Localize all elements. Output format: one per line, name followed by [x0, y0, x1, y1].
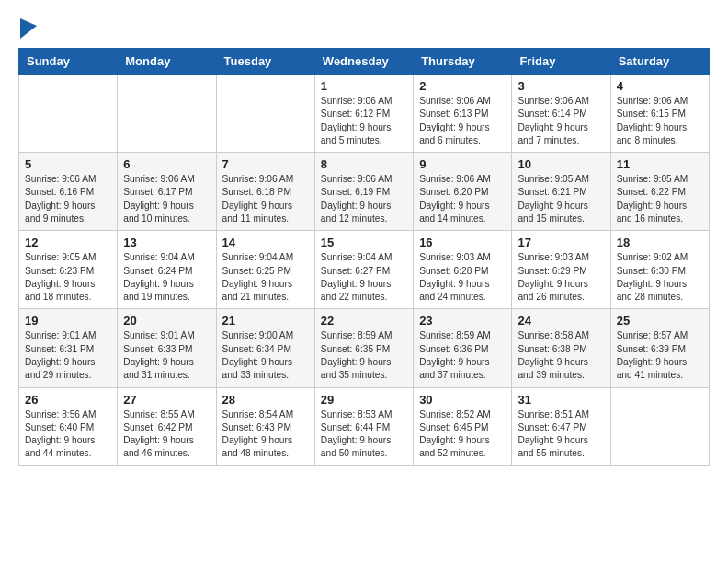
calendar-cell: 26Sunrise: 8:56 AM Sunset: 6:40 PM Dayli… [19, 387, 118, 465]
day-info: Sunrise: 9:05 AM Sunset: 6:21 PM Dayligh… [518, 173, 604, 225]
day-info: Sunrise: 9:03 AM Sunset: 6:29 PM Dayligh… [518, 251, 604, 304]
calendar-cell: 22Sunrise: 8:59 AM Sunset: 6:35 PM Dayli… [314, 309, 413, 387]
day-number: 20 [123, 314, 210, 327]
day-info: Sunrise: 8:55 AM Sunset: 6:42 PM Dayligh… [123, 408, 210, 461]
calendar-cell: 5Sunrise: 9:06 AM Sunset: 6:16 PM Daylig… [19, 153, 118, 231]
day-number: 2 [419, 79, 506, 93]
day-info: Sunrise: 8:54 AM Sunset: 6:43 PM Dayligh… [222, 408, 309, 461]
calendar-cell: 11Sunrise: 9:05 AM Sunset: 6:22 PM Dayli… [610, 153, 709, 231]
day-number: 19 [25, 314, 111, 327]
calendar-cell: 25Sunrise: 8:57 AM Sunset: 6:39 PM Dayli… [610, 309, 709, 387]
day-info: Sunrise: 9:06 AM Sunset: 6:13 PM Dayligh… [419, 95, 506, 147]
logo [18, 18, 37, 39]
logo-icon [20, 18, 37, 39]
page-header [18, 18, 710, 39]
day-info: Sunrise: 8:57 AM Sunset: 6:39 PM Dayligh… [617, 329, 703, 382]
calendar-cell: 12Sunrise: 9:05 AM Sunset: 6:23 PM Dayli… [19, 231, 118, 309]
calendar-cell: 9Sunrise: 9:06 AM Sunset: 6:20 PM Daylig… [414, 153, 512, 231]
calendar-cell: 4Sunrise: 9:06 AM Sunset: 6:15 PM Daylig… [610, 75, 709, 153]
day-info: Sunrise: 8:51 AM Sunset: 6:47 PM Dayligh… [518, 408, 604, 461]
day-number: 16 [419, 236, 506, 249]
day-info: Sunrise: 8:58 AM Sunset: 6:38 PM Dayligh… [518, 329, 604, 382]
day-info: Sunrise: 9:06 AM Sunset: 6:15 PM Dayligh… [617, 95, 703, 147]
calendar-cell: 15Sunrise: 9:04 AM Sunset: 6:27 PM Dayli… [314, 231, 413, 309]
day-info: Sunrise: 9:05 AM Sunset: 6:23 PM Dayligh… [25, 251, 111, 304]
calendar-cell: 16Sunrise: 9:03 AM Sunset: 6:28 PM Dayli… [414, 231, 512, 309]
day-number: 18 [617, 236, 703, 249]
calendar-cell: 27Sunrise: 8:55 AM Sunset: 6:42 PM Dayli… [118, 387, 216, 465]
calendar-week-row: 1Sunrise: 9:06 AM Sunset: 6:12 PM Daylig… [19, 75, 710, 153]
calendar-cell: 1Sunrise: 9:06 AM Sunset: 6:12 PM Daylig… [314, 75, 413, 153]
day-number: 5 [25, 157, 111, 171]
calendar-week-row: 19Sunrise: 9:01 AM Sunset: 6:31 PM Dayli… [19, 309, 710, 387]
calendar-cell: 8Sunrise: 9:06 AM Sunset: 6:19 PM Daylig… [314, 153, 413, 231]
day-info: Sunrise: 8:59 AM Sunset: 6:35 PM Dayligh… [321, 329, 407, 382]
day-info: Sunrise: 8:56 AM Sunset: 6:40 PM Dayligh… [25, 408, 111, 461]
calendar-cell: 10Sunrise: 9:05 AM Sunset: 6:21 PM Dayli… [512, 153, 610, 231]
day-info: Sunrise: 9:04 AM Sunset: 6:27 PM Dayligh… [321, 251, 407, 304]
calendar-cell: 3Sunrise: 9:06 AM Sunset: 6:14 PM Daylig… [512, 75, 610, 153]
day-number: 13 [123, 236, 210, 249]
calendar-week-row: 12Sunrise: 9:05 AM Sunset: 6:23 PM Dayli… [19, 231, 710, 309]
calendar-cell: 29Sunrise: 8:53 AM Sunset: 6:44 PM Dayli… [314, 387, 413, 465]
calendar-cell [19, 75, 118, 153]
day-number: 24 [518, 314, 604, 327]
calendar-table: SundayMondayTuesdayWednesdayThursdayFrid… [18, 48, 710, 466]
calendar-cell: 23Sunrise: 8:59 AM Sunset: 6:36 PM Dayli… [414, 309, 512, 387]
day-number: 26 [25, 393, 111, 407]
calendar-header-monday: Monday [118, 49, 216, 75]
calendar-cell: 21Sunrise: 9:00 AM Sunset: 6:34 PM Dayli… [216, 309, 314, 387]
calendar-cell: 31Sunrise: 8:51 AM Sunset: 6:47 PM Dayli… [512, 387, 610, 465]
day-number: 31 [518, 393, 604, 407]
calendar-header-row: SundayMondayTuesdayWednesdayThursdayFrid… [19, 49, 710, 75]
calendar-cell: 30Sunrise: 8:52 AM Sunset: 6:45 PM Dayli… [414, 387, 512, 465]
calendar-header-friday: Friday [512, 49, 610, 75]
day-info: Sunrise: 8:59 AM Sunset: 6:36 PM Dayligh… [419, 329, 506, 382]
day-number: 7 [222, 157, 309, 171]
day-info: Sunrise: 9:06 AM Sunset: 6:12 PM Dayligh… [321, 95, 407, 147]
day-info: Sunrise: 9:04 AM Sunset: 6:24 PM Dayligh… [123, 251, 210, 304]
day-info: Sunrise: 9:04 AM Sunset: 6:25 PM Dayligh… [222, 251, 309, 304]
day-info: Sunrise: 9:02 AM Sunset: 6:30 PM Dayligh… [617, 251, 703, 304]
calendar-cell: 6Sunrise: 9:06 AM Sunset: 6:17 PM Daylig… [118, 153, 216, 231]
day-number: 22 [321, 314, 407, 327]
day-info: Sunrise: 9:01 AM Sunset: 6:31 PM Dayligh… [25, 329, 111, 382]
day-info: Sunrise: 9:06 AM Sunset: 6:18 PM Dayligh… [222, 173, 309, 225]
calendar-header-wednesday: Wednesday [314, 49, 413, 75]
day-number: 8 [321, 157, 407, 171]
day-number: 12 [25, 236, 111, 249]
day-info: Sunrise: 9:03 AM Sunset: 6:28 PM Dayligh… [419, 251, 506, 304]
calendar-week-row: 5Sunrise: 9:06 AM Sunset: 6:16 PM Daylig… [19, 153, 710, 231]
calendar-cell: 14Sunrise: 9:04 AM Sunset: 6:25 PM Dayli… [216, 231, 314, 309]
day-number: 30 [419, 393, 506, 407]
day-info: Sunrise: 8:52 AM Sunset: 6:45 PM Dayligh… [419, 408, 506, 461]
day-number: 1 [321, 79, 407, 93]
day-number: 29 [321, 393, 407, 407]
day-info: Sunrise: 9:00 AM Sunset: 6:34 PM Dayligh… [222, 329, 309, 382]
day-number: 23 [419, 314, 506, 327]
calendar-cell: 13Sunrise: 9:04 AM Sunset: 6:24 PM Dayli… [118, 231, 216, 309]
calendar-cell: 18Sunrise: 9:02 AM Sunset: 6:30 PM Dayli… [610, 231, 709, 309]
calendar-cell [610, 387, 709, 465]
day-number: 9 [419, 157, 506, 171]
calendar-cell: 19Sunrise: 9:01 AM Sunset: 6:31 PM Dayli… [19, 309, 118, 387]
calendar-cell: 7Sunrise: 9:06 AM Sunset: 6:18 PM Daylig… [216, 153, 314, 231]
calendar-cell: 24Sunrise: 8:58 AM Sunset: 6:38 PM Dayli… [512, 309, 610, 387]
calendar-header-thursday: Thursday [414, 49, 512, 75]
day-number: 10 [518, 157, 604, 171]
calendar-cell: 17Sunrise: 9:03 AM Sunset: 6:29 PM Dayli… [512, 231, 610, 309]
calendar-week-row: 26Sunrise: 8:56 AM Sunset: 6:40 PM Dayli… [19, 387, 710, 465]
day-info: Sunrise: 9:06 AM Sunset: 6:20 PM Dayligh… [419, 173, 506, 225]
day-number: 11 [617, 157, 703, 171]
calendar-header-sunday: Sunday [19, 49, 118, 75]
day-info: Sunrise: 9:01 AM Sunset: 6:33 PM Dayligh… [123, 329, 210, 382]
day-number: 27 [123, 393, 210, 407]
day-info: Sunrise: 9:06 AM Sunset: 6:14 PM Dayligh… [518, 95, 604, 147]
calendar-cell: 20Sunrise: 9:01 AM Sunset: 6:33 PM Dayli… [118, 309, 216, 387]
day-info: Sunrise: 8:53 AM Sunset: 6:44 PM Dayligh… [321, 408, 407, 461]
day-info: Sunrise: 9:06 AM Sunset: 6:17 PM Dayligh… [123, 173, 210, 225]
day-number: 6 [123, 157, 210, 171]
day-number: 14 [222, 236, 309, 249]
calendar-header-saturday: Saturday [610, 49, 709, 75]
calendar-cell: 2Sunrise: 9:06 AM Sunset: 6:13 PM Daylig… [414, 75, 512, 153]
